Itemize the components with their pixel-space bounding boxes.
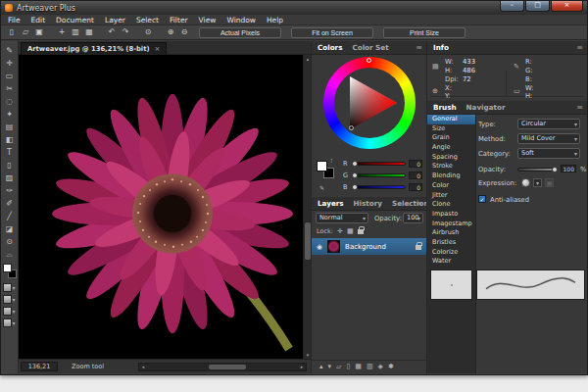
- panel-menu-icon[interactable]: ≡: [416, 199, 422, 208]
- fit-on-screen-button[interactable]: Fit on Screen: [291, 27, 373, 38]
- panel-color-swatches[interactable]: ⤴ ✎: [317, 159, 336, 182]
- redo-icon[interactable]: ↷: [121, 26, 130, 38]
- save-icon[interactable]: ▣: [34, 26, 44, 38]
- new-from-clipboard-icon[interactable]: +: [57, 26, 67, 38]
- menu-help[interactable]: Help: [267, 16, 283, 24]
- close-button[interactable]: ×: [551, 1, 583, 12]
- tab-color-set[interactable]: Color Set: [352, 43, 388, 52]
- panel-menu-icon[interactable]: ≡: [576, 43, 583, 52]
- foreground-color-swatch[interactable]: [3, 264, 12, 272]
- eyedropper-tool-icon[interactable]: ✐: [3, 197, 16, 210]
- brush-category-bristles[interactable]: Bristles: [427, 238, 475, 248]
- panel-menu-icon[interactable]: ≡: [416, 43, 422, 52]
- tab-colors[interactable]: Colors: [318, 43, 342, 52]
- new-layer-icon[interactable]: ▯: [346, 363, 350, 370]
- brush-category-size[interactable]: Size: [427, 124, 475, 134]
- brush-type-dropdown[interactable]: Circular▾: [517, 119, 580, 129]
- smudge-tool-icon[interactable]: ✑: [3, 184, 16, 197]
- menu-filter[interactable]: Filter: [170, 16, 188, 24]
- green-value-field[interactable]: 0: [409, 172, 422, 179]
- hand-tool-icon[interactable]: ⌓: [3, 248, 16, 261]
- blue-slider[interactable]: [352, 185, 406, 189]
- pen-tool-icon[interactable]: ✎: [3, 44, 16, 57]
- tab-navigator[interactable]: Navigator: [466, 103, 506, 112]
- red-value-field[interactable]: 0: [409, 160, 422, 168]
- brush-category-color[interactable]: Color: [427, 181, 475, 191]
- brush-category-blending[interactable]: Blending: [427, 172, 475, 181]
- lock-transparency-icon[interactable]: ▦: [347, 227, 354, 235]
- delete-layer-icon[interactable]: ▦: [355, 363, 362, 370]
- copy-icon[interactable]: ▥: [71, 26, 80, 38]
- tab-close-icon[interactable]: ×: [155, 45, 161, 53]
- eyedropper-icon[interactable]: ✎: [319, 184, 324, 191]
- text-tool-icon[interactable]: T: [3, 146, 16, 159]
- horizontal-scrollbar-thumb[interactable]: [209, 365, 246, 369]
- brush-preset-1[interactable]: ▾: [3, 283, 15, 292]
- red-slider[interactable]: [352, 162, 406, 166]
- shape-tool-icon[interactable]: ▯: [3, 159, 16, 172]
- foreground-color-swatch[interactable]: [317, 161, 327, 172]
- zoom-out-icon[interactable]: ⊖: [179, 26, 189, 38]
- brush-category-spacing[interactable]: Spacing: [427, 153, 475, 163]
- chevron-down-icon[interactable]: ▾: [12, 283, 15, 292]
- swap-colors-icon[interactable]: ⤴: [330, 158, 333, 164]
- blue-slider-thumb[interactable]: [352, 184, 358, 190]
- zoom-level-field[interactable]: 136,21: [21, 362, 58, 371]
- tool-color-swatches[interactable]: [3, 264, 17, 279]
- document-tab[interactable]: Artweaver.jpg @ 136,21% (8-bit) ×: [21, 42, 167, 55]
- search-icon[interactable]: ⊙: [143, 26, 153, 38]
- gradient-tool-icon[interactable]: ▨: [3, 172, 16, 184]
- brush-category-impasto[interactable]: Impasto: [427, 210, 475, 220]
- menu-edit[interactable]: Edit: [31, 16, 46, 24]
- new-group-icon[interactable]: ▱: [336, 363, 341, 370]
- brush-category-grain[interactable]: Grain: [427, 133, 475, 143]
- chevron-down-icon[interactable]: ▾: [12, 318, 15, 327]
- brush-category-general[interactable]: General: [427, 115, 475, 124]
- menu-file[interactable]: File: [8, 16, 21, 24]
- brush-preset-3[interactable]: ▾: [3, 307, 15, 316]
- maximize-button[interactable]: □: [525, 1, 550, 12]
- lasso-tool-icon[interactable]: ◌: [3, 95, 16, 108]
- tab-brush[interactable]: Brush: [433, 103, 457, 112]
- brush-category-angle[interactable]: Angle: [427, 143, 475, 153]
- brush-opacity-thumb[interactable]: [552, 167, 558, 172]
- brush-category-clone[interactable]: Clone: [427, 200, 475, 210]
- brush-category-airbrush[interactable]: Airbrush: [427, 228, 475, 238]
- menu-select[interactable]: Select: [136, 16, 159, 24]
- chevron-down-icon[interactable]: ▾: [12, 307, 15, 316]
- brush-preset-4[interactable]: ▾: [3, 318, 15, 327]
- undo-icon[interactable]: ↶: [107, 26, 117, 38]
- tab-info[interactable]: Info: [433, 43, 449, 52]
- menu-view[interactable]: View: [199, 16, 217, 24]
- lock-all-icon[interactable]: [358, 229, 364, 234]
- move-layer-up-icon[interactable]: ▴: [319, 363, 323, 370]
- menu-document[interactable]: Document: [56, 16, 94, 24]
- color-wheel[interactable]: [323, 57, 416, 149]
- red-slider-thumb[interactable]: [352, 161, 358, 167]
- pencil-tool-icon[interactable]: ╱: [3, 210, 16, 222]
- layer-effects-icon[interactable]: ◈: [378, 363, 383, 370]
- antialiased-checkbox[interactable]: ✓: [478, 195, 486, 203]
- tab-layers[interactable]: Layers: [318, 199, 344, 208]
- layer-visibility-icon[interactable]: ◉: [317, 243, 322, 251]
- magic-wand-tool-icon[interactable]: ✦: [3, 108, 16, 121]
- expression-dropdown[interactable]: ▾: [533, 178, 542, 187]
- print-size-button[interactable]: Print Size: [383, 27, 466, 38]
- new-document-icon[interactable]: ▯: [7, 26, 17, 38]
- layer-opacity-dropdown[interactable]: 100▾: [403, 213, 423, 223]
- vertical-scrollbar[interactable]: ▴ ▾: [303, 55, 311, 359]
- saturation-triangle[interactable]: [334, 68, 405, 138]
- brush-opacity-value-field[interactable]: 100: [561, 165, 576, 172]
- stamp-tool-icon[interactable]: ▤: [3, 121, 16, 133]
- duplicate-layer-icon[interactable]: ▥: [367, 363, 373, 370]
- actual-pixels-button[interactable]: Actual Pixels: [199, 27, 281, 38]
- zoom-in-icon[interactable]: ⊕: [166, 26, 175, 38]
- scroll-right-icon[interactable]: ▸: [298, 364, 306, 370]
- blue-value-field[interactable]: 0: [409, 183, 422, 191]
- green-slider[interactable]: [352, 173, 406, 177]
- open-file-icon[interactable]: ▱: [21, 26, 30, 38]
- canvas[interactable]: [19, 55, 303, 359]
- hue-marker[interactable]: [367, 58, 371, 63]
- brush-category-water[interactable]: Water: [427, 257, 475, 267]
- brush-category-dropdown[interactable]: Soft▾: [517, 148, 580, 159]
